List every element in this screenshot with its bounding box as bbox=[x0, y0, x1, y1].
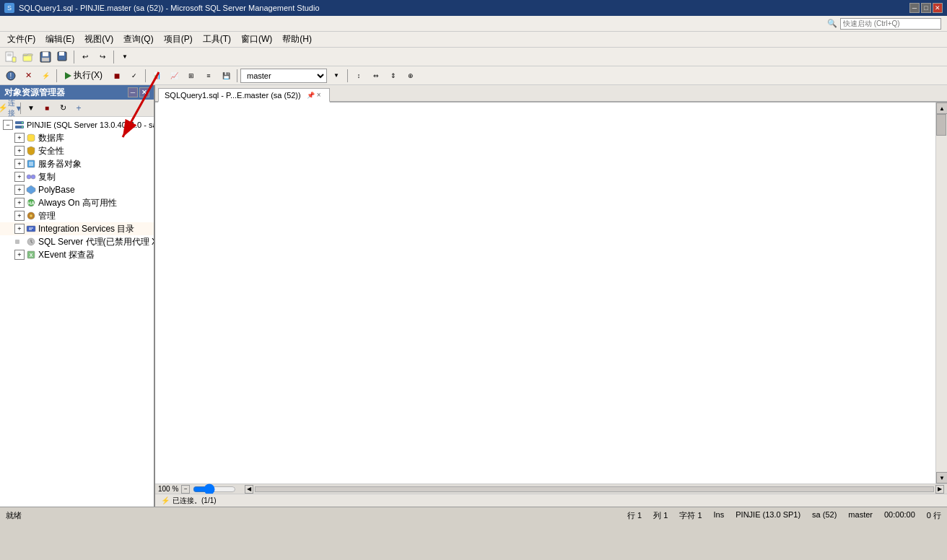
search-icon: 🔍 bbox=[827, 19, 837, 28]
query-tab-1[interactable]: SQLQuery1.sql - P...E.master (sa (52)) 📌… bbox=[158, 88, 330, 102]
oe-pin-btn[interactable]: ─ bbox=[128, 87, 138, 97]
oe-title: 对象资源管理器 bbox=[4, 87, 65, 99]
zoom-decrease-btn[interactable]: − bbox=[181, 485, 190, 494]
menu-view[interactable]: 视图(V) bbox=[80, 32, 118, 47]
server-label: PINJIE (SQL Server 13.0.4001.0 - sa) bbox=[27, 121, 154, 129]
query-editor-textarea[interactable] bbox=[155, 102, 935, 484]
toolbar-sep-3 bbox=[56, 69, 57, 82]
tree-item-xevent[interactable]: + X XEvent 探查器 bbox=[0, 248, 154, 261]
maximize-button[interactable]: □ bbox=[921, 3, 931, 13]
undo-btn[interactable]: ↩ bbox=[77, 49, 93, 65]
redo-btn[interactable]: ↪ bbox=[95, 49, 110, 65]
security-expand[interactable]: + bbox=[14, 146, 25, 156]
tree-item-serverobjects[interactable]: + 服务器对象 bbox=[0, 157, 154, 170]
change-conn-btn[interactable]: ⚡ bbox=[38, 68, 53, 84]
toolbar-sep-1 bbox=[74, 51, 74, 64]
toolbar-row-1: ↩ ↪ ▼ bbox=[0, 48, 947, 66]
menu-window[interactable]: 窗口(W) bbox=[237, 32, 276, 47]
h-scroll-track[interactable] bbox=[255, 486, 934, 492]
oe-close-btn[interactable]: ✕ bbox=[139, 87, 149, 97]
scroll-down-btn[interactable]: ▼ bbox=[936, 472, 947, 484]
minimize-button[interactable]: ─ bbox=[909, 3, 920, 13]
server-expand[interactable]: − bbox=[3, 120, 13, 130]
close-button[interactable]: ✕ bbox=[933, 3, 943, 13]
integration-expand[interactable]: + bbox=[14, 224, 25, 234]
save-btn[interactable] bbox=[38, 49, 53, 65]
menu-file[interactable]: 文件(F) bbox=[3, 32, 40, 47]
toolbar-extra-4[interactable]: ⊕ bbox=[403, 68, 419, 84]
db-selector-dropdown[interactable]: ▼ bbox=[328, 68, 344, 84]
svg-text:!: ! bbox=[10, 72, 12, 80]
oe-connect-btn[interactable]: ⚡ 连接▼ bbox=[3, 101, 17, 115]
toolbar-extra-3[interactable]: ⇕ bbox=[385, 68, 401, 84]
toolbar-extra-1[interactable]: ↕ bbox=[351, 68, 367, 84]
stop-btn[interactable]: ■ bbox=[109, 68, 125, 84]
tree-item-databases[interactable]: + 数据库 bbox=[0, 131, 154, 144]
menu-query[interactable]: 查询(Q) bbox=[119, 32, 157, 47]
tree-item-security[interactable]: + 安全性 bbox=[0, 144, 154, 157]
zoom-label: 100 % bbox=[158, 485, 178, 493]
results-to-text-btn[interactable]: ≡ bbox=[201, 68, 217, 84]
zoom-slider[interactable] bbox=[193, 486, 236, 492]
scroll-track[interactable] bbox=[936, 114, 947, 472]
toolbar-more-btn[interactable]: ▼ bbox=[117, 49, 133, 65]
svg-text:HA: HA bbox=[27, 201, 35, 206]
menu-help[interactable]: 帮助(H) bbox=[278, 32, 316, 47]
tree-item-polybase[interactable]: + PolyBase bbox=[0, 183, 154, 196]
oe-refresh-btn[interactable]: ↻ bbox=[56, 101, 70, 115]
svg-point-16 bbox=[22, 126, 23, 128]
oe-new-btn[interactable]: + bbox=[71, 101, 86, 115]
polybase-label: PolyBase bbox=[38, 185, 75, 195]
scroll-right-btn[interactable]: ▶ bbox=[935, 485, 944, 494]
save-all-btn[interactable] bbox=[55, 49, 71, 65]
tree-item-server[interactable]: − PINJIE (SQL Server 13.0.4001.0 - sa) bbox=[0, 118, 154, 131]
scroll-left-btn[interactable]: ◀ bbox=[245, 485, 253, 494]
menu-edit[interactable]: 编辑(E) bbox=[41, 32, 79, 47]
disconnect-btn[interactable]: ✕ bbox=[20, 68, 36, 84]
database-selector[interactable]: master bbox=[240, 69, 327, 83]
tree-item-alwayson[interactable]: + HA Always On 高可用性 bbox=[0, 196, 154, 209]
tree-item-replication[interactable]: + 复制 bbox=[0, 170, 154, 183]
title-bar: S SQLQuery1.sql - PINJIE.master (sa (52)… bbox=[0, 0, 947, 16]
connection-status-bar: ⚡ 已连接。(1/1) bbox=[155, 494, 947, 507]
title-text: SQLQuery1.sql - PINJIE.master (sa (52)) … bbox=[19, 4, 320, 12]
tab-close-btn[interactable]: × bbox=[315, 91, 323, 100]
include-actual-plan-btn[interactable]: 📊 bbox=[149, 68, 165, 84]
alwayson-expand[interactable]: + bbox=[14, 198, 25, 208]
management-icon bbox=[26, 211, 36, 221]
scroll-up-btn[interactable]: ▲ bbox=[936, 102, 947, 114]
management-expand[interactable]: + bbox=[14, 211, 25, 221]
oe-filter-btn[interactable]: ▼ bbox=[24, 101, 38, 115]
security-label: 安全性 bbox=[38, 145, 64, 157]
tree-item-integration[interactable]: + Integration Services 目录 bbox=[0, 222, 154, 235]
execute-button[interactable]: 执行(X) bbox=[60, 67, 108, 84]
include-client-stats-btn[interactable]: 📈 bbox=[166, 68, 182, 84]
connect-btn[interactable]: ! bbox=[3, 68, 19, 84]
databases-expand[interactable]: + bbox=[14, 133, 25, 143]
status-server: PINJIE (13.0 SP1) bbox=[736, 510, 800, 521]
serverobj-expand[interactable]: + bbox=[14, 159, 25, 169]
polybase-expand[interactable]: + bbox=[14, 185, 25, 195]
svg-text:X: X bbox=[30, 253, 33, 258]
menu-tools[interactable]: 工具(T) bbox=[198, 32, 235, 47]
quick-search-input[interactable] bbox=[840, 18, 941, 30]
toolbar-sep-6 bbox=[347, 69, 348, 82]
results-to-file-btn[interactable]: 💾 bbox=[218, 68, 234, 84]
app-icon: S bbox=[4, 3, 14, 13]
sqlagent-icon bbox=[26, 237, 36, 247]
xevent-expand[interactable]: + bbox=[14, 250, 25, 260]
tree-item-management[interactable]: + 管理 bbox=[0, 209, 154, 222]
toolbar-extra-2[interactable]: ⇔ bbox=[368, 68, 384, 84]
results-to-grid-btn[interactable]: ⊞ bbox=[183, 68, 199, 84]
scroll-thumb[interactable] bbox=[936, 114, 946, 136]
title-bar-left: S SQLQuery1.sql - PINJIE.master (sa (52)… bbox=[4, 3, 320, 13]
tree-item-sqlagent[interactable]: SQL Server 代理(已禁用代理 XP) bbox=[0, 235, 154, 248]
parse-btn[interactable]: ✓ bbox=[126, 68, 142, 84]
oe-stop-btn[interactable]: ■ bbox=[40, 101, 54, 115]
menu-project[interactable]: 项目(P) bbox=[160, 32, 197, 47]
new-query-btn[interactable] bbox=[3, 49, 19, 65]
xevent-icon: X bbox=[26, 250, 36, 260]
replication-expand[interactable]: + bbox=[14, 172, 25, 182]
title-bar-controls: ─ □ ✕ bbox=[909, 3, 943, 13]
open-btn[interactable] bbox=[20, 49, 36, 65]
